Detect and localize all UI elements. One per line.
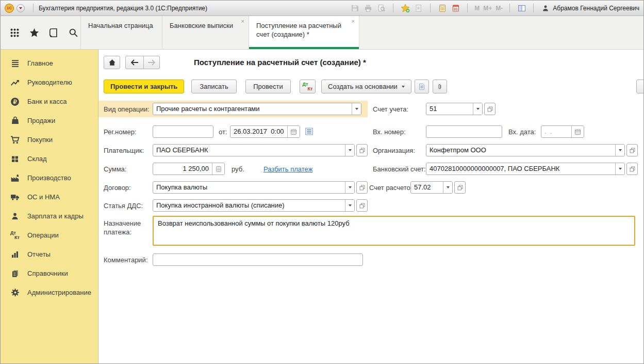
print-preview-icon[interactable]	[376, 3, 386, 13]
create-based-on-button[interactable]: Создать на основании	[321, 80, 411, 93]
sidebar-item-label: Руководителю	[27, 78, 72, 86]
list-icon[interactable]	[305, 127, 313, 136]
warehouse-icon	[10, 154, 20, 164]
split-window-icon[interactable]	[517, 3, 526, 13]
tab-receipt-document[interactable]: Поступление на расчетный счет (создание)…	[249, 16, 359, 49]
attachments-button[interactable]	[433, 80, 447, 93]
cash-flow-item-open-button[interactable]	[356, 199, 368, 212]
sidebar-item-main[interactable]: Главное	[1, 54, 98, 73]
sidebar-item-production[interactable]: Производство	[1, 168, 98, 187]
account-label: Счет учета:	[373, 105, 408, 113]
post-button[interactable]: Провести	[245, 80, 291, 93]
operation-type-label: Вид операции:	[104, 105, 150, 113]
payment-purpose-textarea[interactable]: Возврат неиспользованной суммы от покупк…	[153, 216, 635, 246]
sidebar-item-bank-cash[interactable]: ₽ Банк и касса	[1, 92, 98, 111]
arrow-right-icon	[147, 59, 156, 66]
post-and-close-button[interactable]: Провести и закрыть	[104, 80, 184, 93]
sidebar-item-warehouse[interactable]: Склад	[1, 149, 98, 168]
system-menu-button[interactable]	[16, 4, 25, 12]
doc-date-input[interactable]	[230, 125, 300, 138]
chevron-down-icon[interactable]	[615, 145, 624, 156]
chevron-down-icon[interactable]	[473, 103, 482, 115]
sidebar-item-directories[interactable]: Справочники	[1, 264, 98, 283]
document-form: Поступление на расчетный счет (создание)…	[98, 50, 643, 363]
search-icon[interactable]	[69, 28, 78, 38]
in-date-value[interactable]	[541, 126, 571, 137]
calculator-icon[interactable]	[437, 3, 447, 13]
payer-open-button[interactable]	[356, 144, 368, 156]
gear-icon	[10, 288, 20, 297]
sidebar-item-administration[interactable]: Администрирование	[1, 283, 98, 302]
contract-select[interactable]: Покупка валюты	[153, 181, 355, 194]
comment-input[interactable]	[153, 254, 363, 266]
save-icon[interactable]	[350, 3, 359, 13]
split-payment-link[interactable]: Разбить платеж	[263, 165, 312, 173]
chevron-down-icon[interactable]	[345, 200, 354, 211]
home-button[interactable]	[104, 56, 120, 69]
bank-account-open-button[interactable]	[626, 163, 638, 175]
open-icon	[359, 184, 366, 191]
memory-plus-button[interactable]: M+	[483, 5, 492, 12]
calculator-button[interactable]	[212, 163, 224, 175]
calendar-picker-button[interactable]	[571, 126, 584, 137]
cash-flow-item-label: Статья ДДС:	[104, 202, 143, 210]
tab-bank-statements[interactable]: Банковские выписки ×	[162, 16, 249, 49]
save-button[interactable]: Записать	[191, 80, 237, 93]
settlement-account-open-button[interactable]	[454, 181, 466, 194]
print-form-button[interactable]	[415, 80, 429, 93]
doc-date-value[interactable]	[230, 126, 287, 137]
amount-value[interactable]	[153, 163, 212, 175]
operation-type-select[interactable]: Прочие расчеты с контрагентами	[153, 103, 361, 115]
in-number-input[interactable]	[426, 125, 502, 138]
calendar-picker-button[interactable]	[287, 126, 300, 137]
add-favorite-icon[interactable]	[400, 3, 410, 13]
back-button[interactable]	[125, 56, 144, 69]
document-star-icon[interactable]	[414, 3, 423, 13]
comment-label: Комментарий:	[104, 256, 148, 264]
more-button[interactable]	[636, 80, 644, 93]
account-select[interactable]: 51	[426, 103, 483, 115]
tab-home[interactable]: Начальная страница	[80, 16, 162, 49]
bank-account-select[interactable]: 40702810000000000007, ПАО СБЕРБАНК	[426, 163, 625, 175]
account-open-button[interactable]	[484, 103, 496, 115]
sidebar-item-fixed-assets[interactable]: ОС и НМА	[1, 187, 98, 207]
organization-select[interactable]: Конфетпром ООО	[426, 144, 625, 156]
calendar-icon[interactable]: 31	[451, 3, 460, 13]
chevron-down-icon[interactable]	[345, 182, 354, 193]
sidebar-item-purchases[interactable]: Покупки	[1, 130, 98, 149]
payer-select[interactable]: ПАО СБЕРБАНК	[153, 144, 355, 156]
contract-open-button[interactable]	[356, 181, 368, 194]
favorites-star-icon[interactable]	[29, 28, 39, 38]
reg-number-input[interactable]	[153, 125, 213, 138]
history-icon[interactable]	[49, 28, 59, 38]
sidebar-item-reports[interactable]: Отчеты	[1, 245, 98, 264]
chevron-down-icon[interactable]	[615, 163, 624, 175]
cash-flow-item-select[interactable]: Покупка иностранной валюты (списание)	[153, 199, 355, 212]
current-user[interactable]: Абрамов Геннадий Сергеевич	[540, 3, 639, 13]
close-icon[interactable]: ×	[241, 19, 244, 24]
open-icon	[457, 184, 464, 191]
chevron-down-icon[interactable]	[352, 103, 361, 115]
sidebar-item-sales[interactable]: Продажи	[1, 111, 98, 130]
sidebar-item-operations[interactable]: ДтКт Операции	[1, 226, 98, 245]
chevron-down-icon[interactable]	[443, 182, 452, 193]
menu-icon	[10, 59, 20, 68]
organization-open-button[interactable]	[626, 144, 638, 156]
divider	[33, 4, 34, 12]
bank-account-value: 40702810000000000007, ПАО СБЕРБАНК	[426, 163, 615, 175]
chevron-down-icon[interactable]	[345, 145, 354, 156]
memory-recall-button[interactable]: M	[474, 5, 480, 12]
grid-menu-icon[interactable]	[10, 28, 20, 38]
print-icon[interactable]	[363, 3, 373, 13]
close-icon[interactable]: ×	[352, 19, 355, 24]
cash-flow-item-value: Покупка иностранной валюты (списание)	[153, 200, 345, 211]
amount-input[interactable]	[153, 163, 225, 175]
divider	[430, 4, 431, 12]
show-postings-button[interactable]: ДтКт	[300, 80, 316, 93]
sidebar-item-payroll-hr[interactable]: Зарплата и кадры	[1, 207, 98, 226]
sidebar-item-manager[interactable]: Руководителю	[1, 73, 98, 92]
forward-button[interactable]	[143, 56, 160, 69]
settlement-account-select[interactable]: 57.02	[410, 181, 453, 194]
memory-minus-button[interactable]: M-	[496, 5, 503, 12]
in-date-input[interactable]	[541, 125, 584, 138]
